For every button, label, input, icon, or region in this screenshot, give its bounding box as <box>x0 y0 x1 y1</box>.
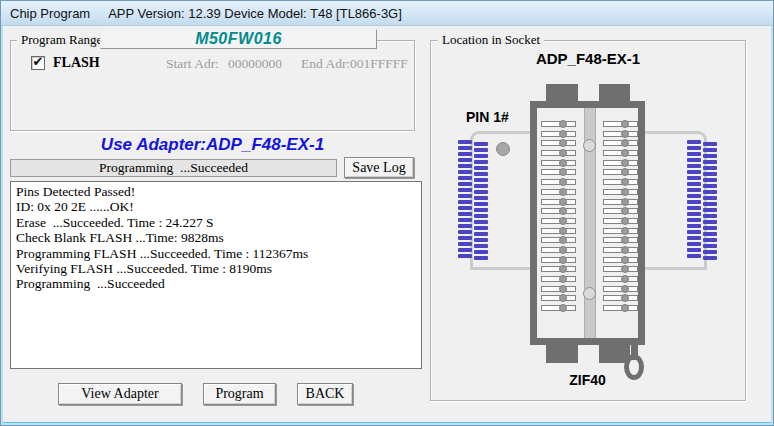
pin-header-bar <box>474 214 488 218</box>
zif-slot-column-right <box>603 121 640 315</box>
pin-contact-dot <box>621 120 629 128</box>
log-area[interactable]: Pins Detected Passed!ID: 0x 20 2E ......… <box>10 181 422 369</box>
pin-header-bar <box>474 142 488 146</box>
pin-header-bar <box>474 160 488 164</box>
pin-header-bar <box>458 170 472 174</box>
zif-pin-slot <box>603 140 638 146</box>
save-log-button[interactable]: Save Log <box>344 157 414 178</box>
log-line: Verifying FLASH ...Succeeded. Time : 819… <box>16 261 416 276</box>
pin-contact-dot <box>621 285 629 293</box>
pin-header-bar <box>687 212 701 216</box>
zif-pin-slot <box>603 208 638 214</box>
pin-header-bar <box>703 190 717 194</box>
pin-contact-dot <box>621 217 629 225</box>
pin-header-bar <box>458 140 472 144</box>
zif-pin-slot <box>603 199 638 205</box>
pin-contact-dot <box>559 168 567 176</box>
pin-header-left-col1 <box>458 140 472 260</box>
zif-pin-slot <box>541 140 576 146</box>
program-button[interactable]: Program <box>203 383 276 405</box>
chip-program-window: Chip Program APP Version: 12.39 Device M… <box>0 0 774 426</box>
pin-header-bar <box>458 212 472 216</box>
pin-header-bar <box>703 196 717 200</box>
pin-contact-dot <box>621 227 629 235</box>
zif-pin-slot <box>541 286 576 292</box>
zif-pin-slot <box>541 266 576 272</box>
pin-header-bar <box>687 200 701 204</box>
pin-header-bar <box>458 230 472 234</box>
device-name-box: M50FW016 <box>100 29 377 49</box>
zif-pin-slot <box>603 218 638 224</box>
pin-header-bar <box>703 202 717 206</box>
pin-header-bar <box>474 172 488 176</box>
pin-header-bar <box>474 154 488 158</box>
pin-header-bar <box>703 178 717 182</box>
pin-contact-dot <box>621 207 629 215</box>
progress-bar: Programming ...Succeeded <box>10 159 337 177</box>
socket-tab-top-left <box>546 84 578 102</box>
pin-header-bar <box>458 146 472 150</box>
zif-pin-slot <box>541 237 576 243</box>
pin-contact-dot <box>559 207 567 215</box>
zif-slot-column-left <box>541 121 578 315</box>
zif-pin-slot <box>541 199 576 205</box>
pin-header-bar <box>687 158 701 162</box>
pin-header-bar <box>687 194 701 198</box>
save-log-label: Save Log <box>352 160 405 176</box>
pin-contact-dot <box>559 188 567 196</box>
pin-header-left-col2 <box>474 142 488 262</box>
pin-header-bar <box>458 188 472 192</box>
zif-pin-slot <box>541 121 576 127</box>
log-line: Check Blank FLASH ...Time: 9828ms <box>16 230 416 245</box>
progress-text: Programming ...Succeeded <box>99 160 248 176</box>
back-label: BACK <box>306 386 345 402</box>
pin-header-bar <box>458 158 472 162</box>
pin-contact-dot <box>559 246 567 254</box>
zif-pin-slot <box>603 150 638 156</box>
back-button[interactable]: BACK <box>297 383 353 405</box>
zif-pin-slot <box>603 266 638 272</box>
view-adapter-button[interactable]: View Adapter <box>58 383 182 405</box>
pin-header-bar <box>687 188 701 192</box>
pin-contact-dot <box>621 246 629 254</box>
pin-contact-dot <box>559 139 567 147</box>
flash-checkbox-label[interactable]: FLASH <box>53 55 100 71</box>
pin-header-bar <box>458 164 472 168</box>
end-adr-label: End Adr: <box>301 56 350 72</box>
device-name: M50FW016 <box>195 30 282 48</box>
pin-header-bar <box>687 164 701 168</box>
window-title: Chip Program <box>10 6 90 21</box>
pin-header-bar <box>703 226 717 230</box>
pin-header-bar <box>474 178 488 182</box>
pin-contact-dot <box>621 159 629 167</box>
checkmark-icon: ✔ <box>33 57 44 67</box>
pin-header-bar <box>458 182 472 186</box>
zif-pin-slot <box>541 218 576 224</box>
pin-contact-dot <box>621 304 629 312</box>
flash-checkbox[interactable]: ✔ <box>31 56 45 70</box>
zif-pin-slot <box>541 150 576 156</box>
pin-header-right-col2 <box>703 142 717 262</box>
pin-contact-dot <box>621 236 629 244</box>
pin-contact-dot <box>559 285 567 293</box>
pin-header-bar <box>687 146 701 150</box>
adapter-name-label: ADP_F48-EX-1 <box>430 50 746 67</box>
pin-header-bar <box>687 176 701 180</box>
pin-contact-dot <box>621 139 629 147</box>
pin-contact-dot <box>559 265 567 273</box>
rail-screw-bottom <box>583 287 596 300</box>
zif-pin-slot <box>541 169 576 175</box>
pin-header-bar <box>474 220 488 224</box>
zif-pin-slot <box>541 247 576 253</box>
pin-contact-dot <box>559 227 567 235</box>
pin-header-bar <box>458 242 472 246</box>
zif-pin-slot <box>603 179 638 185</box>
pin-contact-dot <box>559 120 567 128</box>
pin-header-bar <box>458 194 472 198</box>
zif-pin-slot <box>541 305 576 311</box>
pin-contact-dot <box>621 188 629 196</box>
log-line: ID: 0x 20 2E ......OK! <box>16 199 416 214</box>
pin-header-bar <box>703 232 717 236</box>
pin-contact-dot <box>621 178 629 186</box>
zif-pin-slot <box>541 131 576 137</box>
